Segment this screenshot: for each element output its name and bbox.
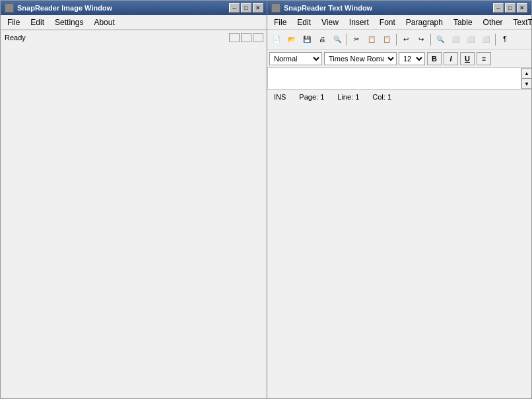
paragraph-btn[interactable]: ¶	[498, 32, 512, 47]
status-box-3	[253, 33, 263, 42]
image-minimize-btn[interactable]: –	[229, 3, 240, 13]
bold-btn[interactable]: B	[427, 52, 442, 65]
text-close-btn[interactable]: ✕	[517, 3, 527, 13]
print-btn[interactable]: 🖨	[315, 32, 329, 47]
redo-btn[interactable]: ↪	[414, 32, 428, 47]
text-restore-btn[interactable]: □	[505, 3, 515, 13]
status-indicators	[229, 33, 263, 42]
special-btn-1[interactable]: ⬜	[448, 32, 463, 47]
underline-btn[interactable]: U	[460, 52, 475, 65]
format-toolbar: Normal Times New Roman 12 B I U ≡	[267, 49, 531, 68]
text-menu-font[interactable]: Font	[374, 16, 401, 29]
open-file-btn[interactable]: 📂	[284, 32, 299, 47]
vertical-scrollbar[interactable]: ▲ ▼	[521, 68, 531, 89]
toolbar-sep-2	[396, 34, 397, 46]
image-window: SnapReader Image Window – □ ✕ File Edit …	[0, 0, 268, 399]
align-btn[interactable]: ≡	[477, 52, 491, 65]
text-toolbar: 📄 📂 💾 🖨 🔍 ✂ 📋 📋 ↩ ↪ 🔍 ⬜ ⬜ ⬜ ¶	[267, 30, 531, 49]
text-minimize-btn[interactable]: –	[493, 3, 504, 13]
status-box-1	[229, 33, 240, 42]
special-btn-2[interactable]: ⬜	[463, 32, 478, 47]
image-menu-file[interactable]: File	[2, 16, 25, 29]
font-size-select[interactable]: 12	[399, 52, 425, 65]
toolbar-sep-3	[430, 34, 431, 46]
text-menu-other[interactable]: Other	[478, 16, 508, 29]
new-file-btn[interactable]: 📄	[269, 32, 284, 47]
text-menubar: File Edit View Insert Font Paragraph Tab…	[267, 15, 531, 30]
text-menu-table[interactable]: Table	[448, 16, 478, 29]
image-close-btn[interactable]: ✕	[253, 3, 263, 13]
image-statusbar: Ready	[1, 30, 267, 44]
text-titlebar: SnapReader Text Window – □ ✕	[267, 1, 531, 15]
text-menu-file[interactable]: File	[269, 16, 292, 29]
copy-btn[interactable]: 📋	[364, 32, 379, 47]
toolbar-sep-4	[495, 34, 496, 46]
special-btn-3[interactable]: ⬜	[479, 32, 493, 47]
image-window-icon	[5, 3, 14, 13]
text-scroll-area: ▲ ▼	[267, 68, 531, 89]
line-indicator: Line: 1	[337, 93, 359, 101]
save-file-btn[interactable]: 💾	[300, 32, 314, 47]
scroll-down-btn[interactable]: ▼	[521, 78, 532, 89]
page-indicator: Page: 1	[299, 93, 324, 101]
undo-btn[interactable]: ↩	[399, 32, 413, 47]
image-menu-about[interactable]: About	[88, 16, 119, 29]
ins-indicator: INS	[274, 93, 286, 101]
text-window-title: SnapReader Text Window	[284, 4, 493, 12]
image-titlebar: SnapReader Image Window – □ ✕	[1, 1, 267, 15]
font-select[interactable]: Times New Roman	[324, 52, 397, 65]
text-menu-insert[interactable]: Insert	[344, 16, 374, 29]
style-select[interactable]: Normal	[269, 52, 322, 65]
scroll-up-btn[interactable]: ▲	[521, 68, 532, 78]
text-window-icon	[271, 3, 281, 13]
text-window: SnapReader Text Window – □ ✕ File Edit V…	[267, 0, 532, 399]
image-window-controls: – □ ✕	[229, 3, 263, 13]
paste-btn[interactable]: 📋	[380, 32, 394, 47]
preview-btn[interactable]: 🔍	[330, 32, 345, 47]
find-btn[interactable]: 🔍	[433, 32, 448, 47]
text-menu-edit[interactable]: Edit	[292, 16, 316, 29]
toolbar-sep-1	[347, 34, 347, 46]
image-menu-edit[interactable]: Edit	[25, 16, 50, 29]
text-window-controls: – □ ✕	[493, 3, 527, 13]
image-restore-btn[interactable]: □	[241, 3, 251, 13]
image-status-text: Ready	[5, 34, 229, 42]
text-menu-view[interactable]: View	[316, 16, 344, 29]
col-indicator: Col: 1	[372, 93, 391, 101]
image-menubar: File Edit Settings About	[1, 15, 267, 30]
cut-btn[interactable]: ✂	[349, 32, 364, 47]
italic-btn[interactable]: I	[444, 52, 458, 65]
text-statusbar: INS Page: 1 Line: 1 Col: 1	[267, 89, 531, 104]
status-box-2	[241, 33, 251, 42]
text-menu-texttospeech[interactable]: TextToSp	[508, 16, 532, 29]
text-menu-paragraph[interactable]: Paragraph	[401, 16, 448, 29]
image-menu-settings[interactable]: Settings	[50, 16, 88, 29]
text-editor[interactable]	[267, 68, 521, 89]
image-window-title: SnapReader Image Window	[17, 4, 229, 12]
